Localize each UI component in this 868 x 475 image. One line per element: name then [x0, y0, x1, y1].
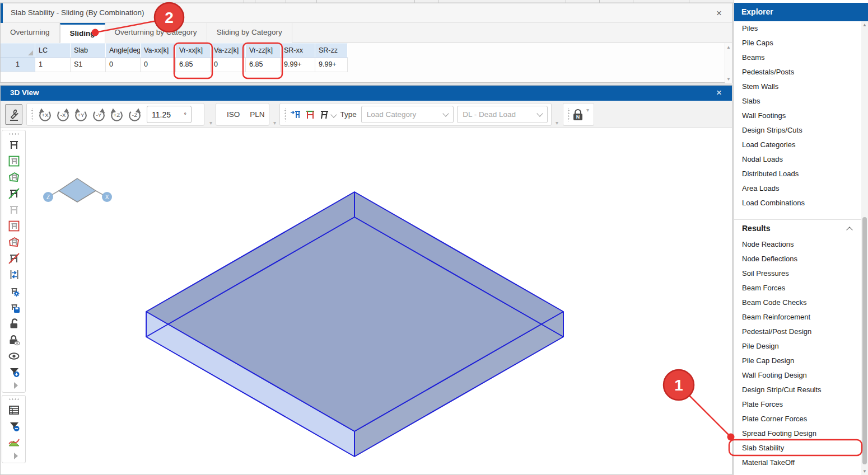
grid-cell[interactable]: 6.85 [176, 58, 211, 72]
rotate-z-button[interactable]: -Z [126, 106, 143, 123]
load-combination-dropdown[interactable]: DL - Dead Load [457, 106, 548, 123]
scroll-up-icon[interactable]: ▲ [725, 45, 732, 50]
3d-viewport[interactable]: I Z X [1, 128, 732, 474]
grid-cell[interactable]: 9.99+ [315, 58, 348, 72]
grid-header-va-zz-k[interactable]: Va-zz[k] [211, 43, 246, 58]
explorer-item-pedestal-post-design[interactable]: Pedestal/Post Design [734, 324, 862, 339]
explorer-item-plate-forces[interactable]: Plate Forces [734, 397, 862, 412]
explorer-item-load-combinations[interactable]: Load Combinations [734, 196, 862, 210]
explorer-item-beam-forces[interactable]: Beam Forces [734, 281, 862, 295]
grid-cell[interactable]: S1 [71, 58, 106, 72]
explorer-item-slabs[interactable]: Slabs [734, 94, 862, 109]
collapse-icon[interactable] [846, 227, 852, 233]
explorer-item-distributed-loads[interactable]: Distributed Loads [734, 167, 862, 181]
explorer-item-pedestals-posts[interactable]: Pedestals/Posts [734, 65, 862, 79]
grid-cell[interactable]: 0 [211, 58, 246, 72]
grid-header-slab[interactable]: Slab [71, 43, 106, 58]
results-section-header[interactable]: Results [734, 219, 862, 236]
grid-header-vr-xx-k[interactable]: Vr-xx[k] [176, 43, 211, 58]
explorer-item-slab-stability[interactable]: Slab Stability [734, 441, 862, 455]
scroll-down-icon[interactable]: ▼ [725, 77, 732, 82]
explorer-item-plate-corner-forces[interactable]: Plate Corner Forces [734, 412, 862, 426]
lock-node-numbers-button[interactable]: N [573, 109, 582, 120]
explorer-item-pile-design[interactable]: Pile Design [734, 339, 862, 354]
explorer-item-pile-cap-design[interactable]: Pile Cap Design [734, 354, 862, 368]
explorer-item-design-strip-cut-results[interactable]: Design Strip/Cut Results [734, 383, 862, 397]
explorer-item-stem-walls[interactable]: Stem Walls [734, 79, 862, 94]
rotate-y-button[interactable]: -Y [90, 106, 107, 123]
explorer-item-beam-reinforcement[interactable]: Beam Reinforcement [734, 310, 862, 324]
load-group-more-icon[interactable]: ▾ [556, 115, 558, 126]
scrollbar-thumb[interactable] [862, 217, 867, 464]
rotate-y-button[interactable]: +Y [72, 106, 89, 123]
lock-letter: N [573, 114, 582, 120]
grid-cell[interactable]: 6.85 [246, 58, 281, 72]
explorer-item-pile-caps[interactable]: Pile Caps [734, 36, 862, 50]
tab-overturning[interactable]: Overturning [1, 23, 60, 43]
loads-chevron-icon[interactable] [330, 111, 337, 117]
rotate-group-more-icon[interactable]: ▾ [209, 115, 212, 126]
grid-header-va-xx-k[interactable]: Va-xx[k] [141, 43, 176, 58]
show-all-loads-button[interactable] [317, 106, 330, 123]
tab-overturning-by-category[interactable]: Overturning by Category [105, 23, 207, 43]
loads-colored-icon [304, 109, 316, 121]
application-window: Slab Stability - Sliding (By Combination… [0, 0, 868, 475]
explorer-item-design-strips-cuts[interactable]: Design Strips/Cuts [734, 123, 862, 138]
explorer-item-material-takeoff[interactable]: Material TakeOff [734, 455, 862, 470]
chevron-down-icon [536, 110, 543, 116]
grid-cell[interactable]: 0 [106, 58, 141, 72]
grid-header-angle-deg[interactable]: Angle[deg] [106, 43, 141, 58]
3d-view-title: 3D View [10, 88, 39, 97]
plan-view-button[interactable]: PLN [245, 110, 269, 119]
explorer-item-list: PilesPile CapsBeamsPedestals/PostsStem W… [734, 21, 862, 210]
rotate-x-button[interactable]: -X [54, 106, 71, 123]
rotate-x-button[interactable]: +X [36, 106, 53, 123]
close-icon[interactable]: × [713, 7, 725, 20]
grid-cell[interactable]: 1 [35, 58, 71, 72]
explorer-item-spread-footing-design[interactable]: Spread Footing Design [734, 426, 862, 441]
view-group-more-icon[interactable]: ▾ [273, 115, 276, 126]
explorer-item-beams[interactable]: Beams [734, 50, 862, 65]
explorer-item-beam-code-checks[interactable]: Beam Code Checks [734, 295, 862, 310]
explorer-scrollbar[interactable]: ▲ ▼ [861, 21, 868, 475]
grid-header-vr-zz-k[interactable]: Vr-zz[k] [246, 43, 281, 58]
drag-handle[interactable] [30, 108, 34, 121]
explorer-item-wall-footings[interactable]: Wall Footings [734, 109, 862, 123]
grid-cell[interactable]: 9.99+ [281, 58, 315, 72]
explorer-item-soil-pressures[interactable]: Soil Pressures [734, 266, 862, 281]
lock-more-icon[interactable]: ▾ [586, 105, 589, 113]
lock-icon [575, 109, 581, 114]
explorer-item-wall-footing-design[interactable]: Wall Footing Design [734, 368, 862, 383]
grid-header-sr-zz[interactable]: SR-zz [315, 43, 348, 58]
view-settings-button[interactable] [5, 104, 22, 125]
3d-view-toolbar: +X-X+Y-Y+Z-Z 11.25 ° ▾ ISO PLN ▾ [1, 101, 732, 128]
show-nodal-loads-button[interactable] [289, 106, 303, 123]
explorer-item-load-categories[interactable]: Load Categories [734, 138, 862, 152]
show-area-loads-button[interactable] [303, 106, 317, 123]
grid-header-lc[interactable]: LC [35, 43, 71, 58]
iso-view-button[interactable]: ISO [222, 110, 245, 119]
tab-sliding[interactable]: Sliding [60, 23, 105, 43]
window-title: Slab Stability - Sliding (By Combination… [11, 8, 144, 17]
slab-3d-model[interactable] [1, 128, 732, 474]
explorer-item-area-loads[interactable]: Area Loads [734, 181, 862, 196]
explorer-item-node-reactions[interactable]: Node Reactions [734, 237, 862, 252]
load-category-dropdown[interactable]: Load Category [361, 106, 454, 123]
slab-stability-window: Slab Stability - Sliding (By Combination… [0, 3, 732, 83]
tab-sliding-by-category[interactable]: Sliding by Category [207, 23, 292, 43]
scroll-down-icon[interactable]: ▼ [861, 469, 868, 474]
scroll-up-icon[interactable]: ▲ [861, 22, 868, 27]
grid-corner-cell[interactable] [1, 43, 35, 58]
grid-row-number[interactable]: 1 [1, 58, 35, 72]
drag-handle[interactable] [283, 108, 287, 121]
grid-cell[interactable]: 0 [141, 58, 176, 72]
close-icon[interactable]: × [713, 87, 725, 99]
explorer-item-piles[interactable]: Piles [734, 21, 862, 36]
rotation-angle-input[interactable]: 11.25 ° [147, 106, 192, 123]
drag-handle[interactable] [567, 108, 570, 121]
explorer-item-nodal-loads[interactable]: Nodal Loads [734, 152, 862, 167]
rotate-z-button[interactable]: +Z [108, 106, 125, 123]
grid-scrollbar[interactable]: ▲ ▼ [725, 43, 732, 83]
grid-header-sr-xx[interactable]: SR-xx [281, 43, 315, 58]
explorer-item-node-deflections[interactable]: Node Deflections [734, 252, 862, 266]
